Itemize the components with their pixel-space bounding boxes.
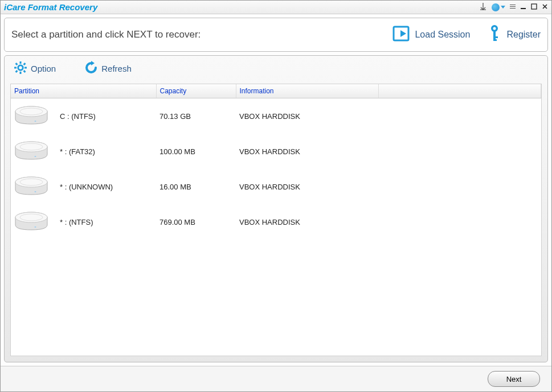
svg-rect-6 [493,36,498,38]
minimize-button[interactable] [520,3,526,11]
option-label: Option [31,64,56,73]
close-button[interactable] [542,3,548,11]
svg-rect-7 [493,39,497,41]
partition-list: Partition Capacity Information C : (NTFS… [10,84,542,356]
svg-rect-11 [14,67,17,68]
download-icon[interactable] [479,2,487,12]
row-partition: * : (NTFS) [56,204,156,240]
row-icon-cell [11,98,56,134]
window-buttons [479,2,548,12]
col-information[interactable]: Information [236,84,378,98]
col-capacity[interactable]: Capacity [156,84,236,98]
load-session-label: Load Session [415,30,470,40]
partition-table: Partition Capacity Information C : (NTFS… [11,84,541,240]
disk-icon [14,105,48,126]
next-label: Next [506,375,522,383]
language-icon[interactable] [492,3,505,11]
disk-icon [14,211,48,232]
option-button[interactable]: Option [14,61,56,76]
row-icon-cell [11,204,56,240]
table-row[interactable]: * : (UNKNOWN) 16.00 MB VBOX HARDDISK [11,169,541,204]
svg-rect-1 [531,4,537,9]
svg-rect-9 [20,61,22,64]
svg-point-24 [35,156,36,157]
register-label: Register [506,30,541,40]
table-row[interactable]: * : (NTFS) 769.00 MB VBOX HARDDISK [11,204,541,240]
row-capacity: 16.00 MB [156,169,236,204]
table-row[interactable]: C : (NTFS) 70.13 GB VBOX HARDDISK [11,98,541,134]
svg-point-28 [35,191,36,192]
svg-rect-15 [15,70,18,73]
svg-rect-12 [24,67,27,68]
disk-icon [14,176,48,196]
svg-rect-16 [23,63,26,65]
app-title: iCare Format Recovery [4,2,97,12]
svg-rect-10 [20,72,22,74]
row-capacity: 100.00 MB [156,134,236,169]
instruction-text: Select a partition and click NEXT to rec… [11,29,201,40]
refresh-icon [84,61,98,76]
load-session-button[interactable]: Load Session [392,24,470,45]
toolbar: Option Refresh [5,56,547,81]
row-capacity: 70.13 GB [156,98,236,134]
row-icon-cell [11,134,56,169]
window: iCare Format Recovery [0,0,552,392]
svg-point-4 [493,27,496,30]
row-partition: C : (NTFS) [56,98,156,134]
disk-icon [14,141,48,161]
register-button[interactable]: Register [487,24,541,46]
load-session-icon [392,24,410,45]
key-icon [487,24,502,46]
svg-point-20 [35,121,36,122]
maximize-button[interactable] [531,3,537,11]
gear-icon [14,61,27,76]
header: Select a partition and click NEXT to rec… [4,18,548,52]
col-spare [378,84,541,98]
refresh-label: Refresh [101,64,132,73]
column-header-row: Partition Capacity Information [11,84,541,98]
svg-rect-13 [15,63,18,65]
row-information: VBOX HARDDISK [236,98,378,134]
row-partition: * : (FAT32) [56,134,156,169]
svg-rect-0 [521,8,526,9]
svg-rect-14 [23,70,26,73]
row-information: VBOX HARDDISK [236,204,378,240]
menu-icon[interactable] [510,3,516,11]
footer: Next [1,366,551,391]
titlebar: iCare Format Recovery [1,1,551,14]
row-icon-cell [11,169,56,204]
svg-rect-5 [493,31,496,40]
row-information: VBOX HARDDISK [236,169,378,204]
content-panel: Option Refresh Partition [4,55,548,362]
svg-point-32 [35,226,36,228]
table-row[interactable]: * : (FAT32) 100.00 MB VBOX HARDDISK [11,134,541,169]
row-capacity: 769.00 MB [156,204,236,240]
svg-point-8 [18,65,23,69]
row-information: VBOX HARDDISK [236,134,378,169]
next-button[interactable]: Next [488,371,540,387]
col-partition[interactable]: Partition [11,84,156,98]
refresh-button[interactable]: Refresh [84,61,132,76]
row-partition: * : (UNKNOWN) [56,169,156,204]
